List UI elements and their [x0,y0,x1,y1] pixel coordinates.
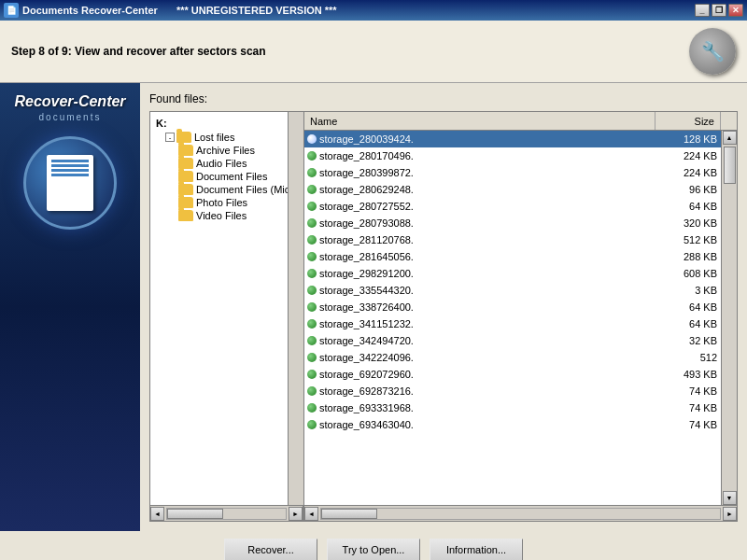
file-size: 96 KB [655,184,721,195]
file-name: storage_341151232. [319,318,655,329]
table-row[interactable]: storage_281645056.288 KB [304,248,721,265]
file-size: 288 KB [655,251,721,262]
tree-scrollbar[interactable] [288,112,303,505]
information-button[interactable]: Information... [430,539,523,560]
brand-subtitle: documents [39,112,102,122]
scroll-down-arrow[interactable]: ▼ [723,491,737,505]
file-status-icon [307,235,317,245]
tree-label: Document Files [196,171,267,182]
file-status-icon [307,353,317,362]
table-row[interactable]: storage_341151232.64 KB [304,315,721,332]
file-name: storage_335544320. [319,285,655,296]
tree-item-document[interactable]: Document Files [152,170,286,183]
file-list-body[interactable]: storage_280039424.128 KBstorage_28017049… [304,131,721,505]
file-size: 128 KB [655,133,721,145]
file-status-icon [307,420,317,429]
file-name: storage_298291200. [319,268,655,279]
files-area: K: - Lost files Archive Files [149,111,738,522]
table-row[interactable]: storage_280039424.128 KB [304,131,721,147]
unregistered-label: *** UNREGISTERED VERSION *** [176,5,337,16]
file-size: 74 KB [655,419,721,430]
file-name: storage_280399872. [319,167,655,178]
file-name: storage_281120768. [319,234,655,245]
table-row[interactable]: storage_692072960.493 KB [304,366,721,383]
table-row[interactable]: storage_342494720.32 KB [304,332,721,349]
table-row[interactable]: storage_693331968.74 KB [304,399,721,416]
tree-expand-icon[interactable]: - [165,133,175,142]
try-open-button[interactable]: Try to Open... [327,539,420,560]
file-list-header: Name Size [304,112,737,131]
tree-item-photo[interactable]: Photo Files [152,196,286,209]
table-row[interactable]: storage_280629248.96 KB [304,181,721,198]
file-list-scrollbar[interactable]: ▲ ▼ [721,131,737,505]
tree-area: K: - Lost files Archive Files [150,112,304,521]
file-list-h-scrollbar[interactable]: ◄ ► [304,505,737,521]
h-scroll-thumb[interactable] [321,509,377,519]
file-name: storage_280727552. [319,201,655,212]
tree-item-audio[interactable]: Audio Files [152,157,286,170]
file-name: storage_693463040. [319,419,655,430]
recover-button[interactable]: Recover... [224,539,317,560]
h-scroll-track[interactable] [166,508,287,520]
tree-drive[interactable]: K: [152,116,286,131]
table-row[interactable]: storage_335544320.3 KB [304,282,721,299]
file-name: storage_338726400. [319,301,655,313]
file-name: storage_693331968. [319,402,655,413]
restore-button[interactable]: ❐ [712,4,726,17]
col-name-header: Name [304,112,655,130]
tree-h-scrollbar[interactable]: ◄ ► [150,505,303,521]
file-status-icon [307,252,317,261]
bottom-section: Recover... Try to Open... Information...… [0,531,747,560]
table-row[interactable]: storage_281120768.512 KB [304,231,721,248]
step-bar: Step 8 of 9: View and recover after sect… [0,21,747,83]
file-name: storage_281645056. [319,251,655,262]
file-name: storage_280629248. [319,184,655,195]
table-row[interactable]: storage_342224096.512 [304,349,721,366]
tree-content: K: - Lost files Archive Files [150,112,288,505]
table-row[interactable]: storage_280399872.224 KB [304,164,721,181]
file-status-icon [307,218,317,228]
file-size: 64 KB [655,201,721,212]
table-row[interactable]: storage_338726400.64 KB [304,299,721,315]
table-row[interactable]: storage_280170496.224 KB [304,147,721,164]
tree-label: Video Files [196,210,247,221]
scroll-up-arrow[interactable]: ▲ [723,131,737,145]
table-row[interactable]: storage_298291200.608 KB [304,265,721,282]
brand-title: Recover-Center [14,92,125,110]
h-scroll-left[interactable]: ◄ [150,507,164,521]
h-scroll-thumb[interactable] [167,509,223,519]
table-row[interactable]: storage_692873216.74 KB [304,383,721,399]
folder-icon [178,210,193,221]
file-name: storage_280170496. [319,150,655,161]
table-row[interactable]: storage_693463040.74 KB [304,416,721,433]
h-scroll-right[interactable]: ► [723,507,737,521]
file-status-icon [307,403,317,413]
tree-item-archive[interactable]: Archive Files [152,144,286,157]
h-scroll-right[interactable]: ► [289,507,303,521]
file-name: storage_692072960. [319,369,655,380]
tree-item-document-micro[interactable]: Document Files (Micr... [152,183,286,196]
minimize-button[interactable]: _ [695,4,710,17]
file-size: 608 KB [655,268,721,279]
file-size: 320 KB [655,217,721,229]
file-size: 3 KB [655,285,721,296]
scroll-thumb[interactable] [724,147,736,184]
file-status-icon [307,336,317,345]
app-title: Documents Recover-Center [22,5,158,16]
window-controls: _ ❐ ✕ [695,4,743,17]
table-row[interactable]: storage_280727552.64 KB [304,198,721,215]
tree-label: Archive Files [196,145,255,156]
tree-item-video[interactable]: Video Files [152,209,286,222]
sidebar: Recover-Center documents [0,83,140,531]
file-size: 74 KB [655,402,721,413]
h-scroll-left[interactable]: ◄ [304,507,318,521]
h-scroll-track[interactable] [320,508,721,520]
tree-item-lost-files[interactable]: - Lost files [152,131,286,144]
file-list-panel: Name Size storage_280039424.128 KBstorag… [304,112,737,521]
tree-label: Document Files (Micr... [196,184,288,195]
table-row[interactable]: storage_280793088.320 KB [304,215,721,231]
file-status-icon [307,168,317,177]
file-name: storage_280039424. [319,133,655,145]
close-button[interactable]: ✕ [728,4,743,17]
main-content: Recover-Center documents Found files: K:… [0,83,747,531]
